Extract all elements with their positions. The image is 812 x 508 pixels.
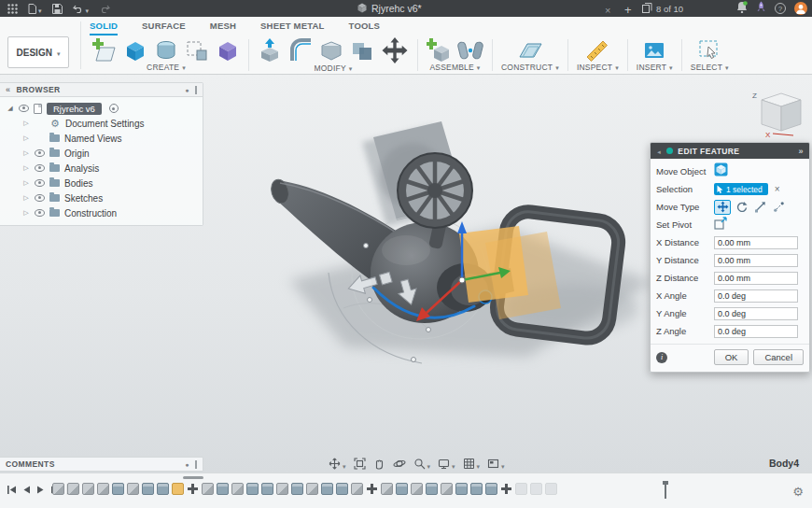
- timeline-feature-icon[interactable]: [485, 483, 497, 495]
- insert-canvas-icon[interactable]: [642, 38, 666, 63]
- notifications-bell-icon[interactable]: [736, 0, 748, 17]
- timeline-feature-icon[interactable]: [127, 483, 139, 495]
- timeline-feature-icon[interactable]: [321, 483, 333, 495]
- timeline-feature-icon[interactable]: [202, 483, 214, 495]
- derive-pattern-icon[interactable]: [185, 38, 209, 63]
- browser-tree-item[interactable]: Named Views: [0, 131, 203, 146]
- field-input[interactable]: [714, 254, 798, 267]
- browser-tree-item[interactable]: Document Settings: [0, 116, 203, 131]
- select-box-icon[interactable]: [697, 38, 721, 63]
- pan-hand-tool[interactable]: [373, 458, 385, 470]
- ok-button[interactable]: OK: [714, 349, 749, 365]
- joint-icon[interactable]: [457, 38, 483, 63]
- panel-display-toggle-icon[interactable]: [185, 459, 189, 469]
- version-counter[interactable]: 8 of 10: [642, 0, 683, 17]
- timeline-feature-icon[interactable]: [351, 483, 363, 495]
- display-settings[interactable]: [438, 456, 455, 473]
- timeline-feature-icon[interactable]: [97, 483, 109, 495]
- timeline-feature-icon[interactable]: [411, 483, 423, 495]
- construct-group-dropdown[interactable]: CONSTRUCT: [501, 63, 559, 72]
- document-tab[interactable]: Rjyrehc v6*: [357, 0, 422, 17]
- timeline-feature-icon[interactable]: [470, 483, 483, 495]
- info-icon[interactable]: i: [656, 352, 667, 363]
- timeline-position-marker[interactable]: [665, 481, 666, 499]
- create-form-icon[interactable]: [216, 38, 240, 63]
- help-icon[interactable]: [775, 3, 786, 14]
- rotate-move-icon[interactable]: [733, 200, 749, 215]
- visibility-eye-icon[interactable]: [35, 194, 45, 202]
- revolve-icon[interactable]: [154, 38, 178, 63]
- visibility-eye-icon[interactable]: [19, 105, 29, 112]
- tab-tools[interactable]: TOOLS: [349, 17, 381, 35]
- browser-tree-item[interactable]: Origin: [0, 146, 203, 161]
- timeline-feature-icon[interactable]: [515, 483, 527, 495]
- translate-axis-icon[interactable]: [751, 200, 768, 215]
- dialog-back-icon[interactable]: [656, 147, 662, 156]
- timeline-feature-icon[interactable]: [246, 483, 259, 495]
- browser-tree-item[interactable]: Construction: [0, 205, 203, 220]
- timeline-feature-icon[interactable]: [336, 483, 348, 495]
- comments-panel[interactable]: COMMENTS: [0, 457, 203, 472]
- select-group-dropdown[interactable]: SELECT: [691, 63, 729, 72]
- timeline-feature-icon[interactable]: [366, 483, 378, 495]
- field-input[interactable]: [714, 289, 798, 303]
- expand-arrow-icon[interactable]: [22, 194, 30, 202]
- move-bodies-icon[interactable]: [714, 162, 728, 180]
- timeline-feature-icon[interactable]: [455, 483, 468, 495]
- browser-tree-item[interactable]: Sketches: [0, 190, 203, 205]
- dialog-header[interactable]: EDIT FEATURE: [651, 143, 809, 159]
- set-pivot-icon[interactable]: [714, 217, 728, 233]
- browser-tree-item[interactable]: Bodies: [0, 176, 203, 190]
- grid-snaps[interactable]: [463, 456, 481, 473]
- tab-solid[interactable]: SOLID: [90, 17, 118, 35]
- inspect-group-dropdown[interactable]: INSPECT: [577, 63, 619, 72]
- timeline-feature-icon[interactable]: [276, 483, 288, 495]
- modify-group-dropdown[interactable]: MODIFY: [315, 64, 353, 73]
- clear-selection-icon[interactable]: [775, 184, 780, 194]
- timeline-feature-icon[interactable]: [261, 483, 273, 495]
- panel-display-toggle-icon[interactable]: [185, 85, 189, 94]
- expand-arrow-icon[interactable]: [22, 149, 30, 157]
- move-copy-icon[interactable]: [381, 36, 409, 64]
- fillet-icon[interactable]: [288, 38, 313, 63]
- timeline-feature-icon[interactable]: [291, 483, 303, 495]
- insert-group-dropdown[interactable]: INSERT: [637, 63, 673, 72]
- timeline-settings-gear-icon[interactable]: [792, 483, 804, 500]
- timeline-feature-icon[interactable]: [67, 483, 79, 495]
- timeline-feature-icon[interactable]: [172, 483, 184, 495]
- browser-header[interactable]: BROWSER: [0, 83, 203, 97]
- measure-icon[interactable]: [585, 38, 609, 63]
- file-menu-icon[interactable]: [28, 2, 42, 15]
- orbit-tool[interactable]: [393, 458, 406, 470]
- timeline-feature-icon[interactable]: [381, 483, 393, 495]
- collapse-panel-icon[interactable]: [6, 85, 10, 94]
- timeline-scrollbar-thumb[interactable]: [183, 476, 203, 479]
- design-workspace-dropdown[interactable]: DESIGN: [7, 36, 69, 68]
- close-document-icon[interactable]: [605, 1, 610, 18]
- cancel-button[interactable]: Cancel: [753, 349, 804, 365]
- timeline-feature-icon[interactable]: [142, 483, 154, 495]
- activate-component-radio-icon[interactable]: [109, 104, 119, 113]
- selection-chip[interactable]: 1 selected: [714, 183, 768, 195]
- collapse-arrow-icon[interactable]: [7, 105, 14, 112]
- timeline-feature-icon[interactable]: [217, 483, 229, 495]
- panel-resize-handle[interactable]: [195, 86, 197, 94]
- tab-mesh[interactable]: MESH: [210, 17, 236, 35]
- undo-icon[interactable]: [73, 2, 90, 15]
- timeline-feature-icon[interactable]: [441, 483, 453, 495]
- timeline-feature-icon[interactable]: [112, 483, 124, 495]
- expand-arrow-icon[interactable]: [22, 209, 30, 217]
- field-input[interactable]: [714, 325, 798, 338]
- create-sketch-icon[interactable]: [92, 38, 117, 63]
- user-avatar[interactable]: [794, 2, 807, 15]
- tab-sheet-metal[interactable]: SHEET METAL: [260, 17, 325, 35]
- go-to-start-icon[interactable]: [7, 485, 17, 495]
- timeline-feature-icon[interactable]: [231, 483, 244, 495]
- dialog-pin-icon[interactable]: [799, 147, 804, 156]
- timeline-feature-icon[interactable]: [530, 483, 542, 495]
- expand-arrow-icon[interactable]: [22, 120, 30, 127]
- new-document-tab-icon[interactable]: [624, 1, 632, 18]
- visibility-eye-icon[interactable]: [35, 149, 45, 157]
- press-pull-icon[interactable]: [258, 38, 282, 63]
- timeline-feature-icon[interactable]: [426, 483, 438, 495]
